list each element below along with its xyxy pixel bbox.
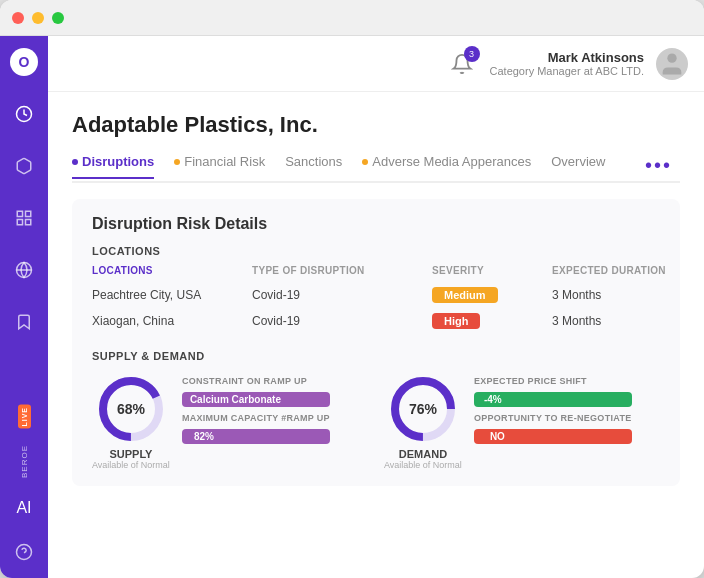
col-locations: LOCATIONS: [92, 265, 252, 276]
table-row: Peachtree City, USA Covid-19 Medium 3 Mo…: [92, 282, 660, 308]
topbar: 3 Mark Atkinsons Category Manager at ABC…: [48, 36, 704, 92]
row2-duration: 3 Months: [552, 314, 704, 328]
main-content: 3 Mark Atkinsons Category Manager at ABC…: [48, 36, 704, 578]
svg-rect-1: [17, 211, 22, 216]
notification-bell[interactable]: 3: [446, 48, 478, 80]
col-type: TYPE OF DISRUPTION: [252, 265, 432, 276]
demand-donut: 76%: [388, 374, 458, 444]
demand-info: EXPECTED PRICE SHIFT -4% OPPORTUNITY TO …: [474, 374, 632, 444]
tab-disruptions[interactable]: Disruptions: [72, 154, 154, 179]
locations-header: LOCATIONS: [92, 245, 660, 257]
tab-label-financial: Financial Risk: [184, 154, 265, 169]
sidebar-item-clock[interactable]: [10, 100, 38, 128]
tab-financial-risk[interactable]: Financial Risk: [174, 154, 265, 177]
tab-dot-financial: [174, 159, 180, 165]
row2-location: Xiaogan, China: [92, 314, 252, 328]
supply-label: SUPPLY: [109, 448, 152, 460]
disruption-card: Disruption Risk Details LOCATIONS LOCATI…: [72, 199, 680, 486]
tab-dot-adverse: [362, 159, 368, 165]
tab-adverse-media[interactable]: Adverse Media Apperances: [362, 154, 531, 177]
max-capacity-label: MAXIMUM CAPACITY #RAMP UP: [182, 413, 330, 423]
company-title: Adaptable Plastics, Inc.: [72, 112, 680, 138]
sidebar-item-globe[interactable]: [10, 256, 38, 284]
supply-donut: 68%: [96, 374, 166, 444]
demand-percentage: 76%: [409, 401, 437, 417]
titlebar: [0, 0, 704, 36]
tab-label-adverse: Adverse Media Apperances: [372, 154, 531, 169]
tab-overview[interactable]: Overview: [551, 154, 605, 177]
sidebar-item-cube[interactable]: [10, 152, 38, 180]
row2-severity: High: [432, 313, 552, 329]
svg-point-9: [667, 53, 676, 62]
section-title: Disruption Risk Details: [92, 215, 660, 233]
user-info: Mark Atkinsons Category Manager at ABC L…: [490, 50, 644, 77]
tab-label-disruptions: Disruptions: [82, 154, 154, 169]
supply-block: 68% SUPPLY Available of Normal CONSTRAIN…: [92, 374, 368, 470]
sidebar: O: [0, 36, 48, 578]
table-header: LOCATIONS TYPE OF DISRUPTION SEVERITY EX…: [92, 265, 660, 276]
price-shift-value: -4%: [474, 392, 632, 407]
supply-percentage: 68%: [117, 401, 145, 417]
col-severity: SEVERITY: [432, 265, 552, 276]
demand-block: 76% DEMAND Available of Normal EXPECTED …: [384, 374, 660, 470]
user-name: Mark Atkinsons: [490, 50, 644, 65]
col-duration: EXPECTED DURATION: [552, 265, 704, 276]
max-capacity-value: 82%: [182, 429, 330, 444]
tab-dot-disruptions: [72, 159, 78, 165]
tabs: Disruptions Financial Risk Sanctions Adv…: [72, 150, 680, 183]
supply-sublabel: Available of Normal: [92, 460, 170, 470]
severity-badge-medium: Medium: [432, 287, 498, 303]
constraint-label: CONSTRAINT ON RAMP UP: [182, 376, 330, 386]
maximize-button[interactable]: [52, 12, 64, 24]
demand-sublabel: Available of Normal: [384, 460, 462, 470]
user-avatar: [656, 48, 688, 80]
tab-label-overview: Overview: [551, 154, 605, 169]
beroe-label: BEROE: [20, 445, 29, 478]
renegotiate-label: OPPORTUNITY TO RE-NEGOTIATE: [474, 413, 632, 423]
user-title: Category Manager at ABC LTD.: [490, 65, 644, 77]
supply-info: CONSTRAINT ON RAMP UP Calcium Carbonate …: [182, 374, 330, 444]
sidebar-logo[interactable]: O: [10, 48, 38, 76]
svg-rect-4: [26, 220, 31, 225]
severity-badge-high: High: [432, 313, 480, 329]
svg-rect-3: [17, 220, 22, 225]
tab-sanctions[interactable]: Sanctions: [285, 154, 342, 177]
app-window: O: [0, 0, 704, 578]
sidebar-bottom: LIVE BEROE AI: [10, 405, 38, 566]
row1-severity: Medium: [432, 287, 552, 303]
demand-label: DEMAND: [399, 448, 447, 460]
page-area: Adaptable Plastics, Inc. Disruptions Fin…: [48, 92, 704, 578]
minimize-button[interactable]: [32, 12, 44, 24]
supply-demand-grid: 68% SUPPLY Available of Normal CONSTRAIN…: [92, 374, 660, 470]
supply-demand-header: SUPPLY & DEMAND: [92, 350, 660, 362]
tab-label-sanctions: Sanctions: [285, 154, 342, 169]
table-row: Xiaogan, China Covid-19 High 3 Months -4…: [92, 308, 660, 334]
row1-type: Covid-19: [252, 288, 432, 302]
sidebar-item-help[interactable]: [10, 538, 38, 566]
notification-count: 3: [464, 46, 480, 62]
row1-location: Peachtree City, USA: [92, 288, 252, 302]
price-shift-label: EXPECTED PRICE SHIFT: [474, 376, 632, 386]
sidebar-item-ai[interactable]: AI: [10, 494, 38, 522]
constraint-value: Calcium Carbonate: [182, 392, 330, 407]
supply-demand-section: SUPPLY & DEMAND: [92, 350, 660, 470]
row2-type: Covid-19: [252, 314, 432, 328]
sidebar-item-grid[interactable]: [10, 204, 38, 232]
close-button[interactable]: [12, 12, 24, 24]
sidebar-item-bookmark[interactable]: [10, 308, 38, 336]
live-badge: LIVE: [18, 405, 31, 429]
app-body: O: [0, 36, 704, 578]
locations-section: LOCATIONS LOCATIONS TYPE OF DISRUPTION S…: [92, 245, 660, 334]
renegotiate-value: NO: [474, 429, 632, 444]
svg-rect-2: [26, 211, 31, 216]
row1-duration: 3 Months: [552, 288, 704, 302]
more-options-button[interactable]: •••: [637, 150, 680, 181]
